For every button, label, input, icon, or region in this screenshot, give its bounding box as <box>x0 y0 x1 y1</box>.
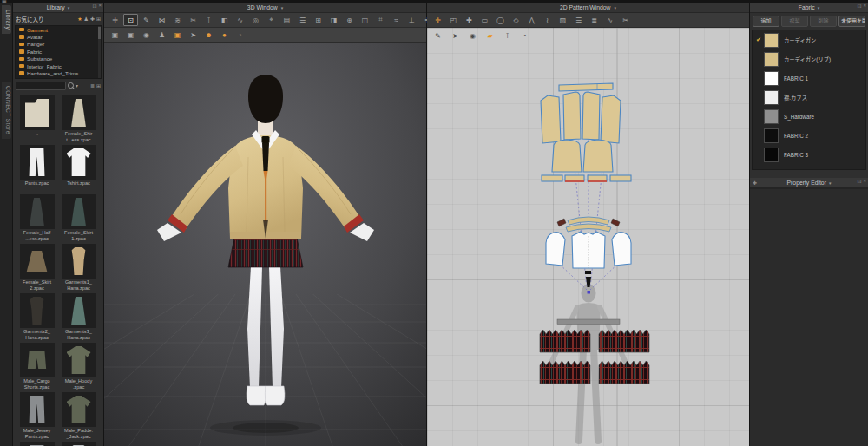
target-icon[interactable]: ⌖ <box>264 14 279 26</box>
pattern-front-right[interactable] <box>601 95 621 143</box>
shirt-patterns[interactable] <box>546 217 631 294</box>
delete-fabric-button[interactable]: 削除 <box>810 16 837 27</box>
library-item[interactable]: Tshirt.zpac <box>60 442 97 446</box>
pattern-neckband[interactable] <box>559 83 613 91</box>
view-mode-icon[interactable]: ⊞ <box>96 16 101 22</box>
search-icon[interactable] <box>68 82 74 89</box>
3d-scene[interactable] <box>104 43 426 446</box>
library-tree-item[interactable]: Fabric <box>16 48 101 55</box>
fold-arrangement-icon[interactable]: ◧ <box>217 14 232 26</box>
pattern-cuff-4[interactable] <box>610 175 631 181</box>
pattern-skirt-4[interactable] <box>599 361 649 384</box>
library-item[interactable]: Female_Shir t...ess.zpac <box>60 95 97 141</box>
fabric-list-item[interactable]: ✔ FABRIC 2 <box>753 126 865 145</box>
pin-icon[interactable]: ⊺ <box>201 14 216 26</box>
add-favorite-icon[interactable]: ✚ <box>90 16 95 22</box>
pattern-cuff-1[interactable] <box>542 175 562 181</box>
library-item[interactable]: Garments1_ Hana.zpac <box>60 244 97 289</box>
transform-pattern-icon[interactable]: ✛ <box>431 14 445 26</box>
magnet-icon[interactable]: ◉ <box>465 30 480 42</box>
cut-sew-icon[interactable]: ✂ <box>618 14 633 26</box>
add-point-icon[interactable]: ⊕ <box>342 14 357 26</box>
steam-icon[interactable]: ≈ <box>389 14 404 26</box>
library-tree-item[interactable]: Garment <box>16 26 101 33</box>
library-item[interactable]: Pants.zpac <box>18 145 56 190</box>
3d-window-header[interactable]: 3D Window ▾ <box>104 3 426 13</box>
chevron-down-icon[interactable]: ▾ <box>829 180 832 186</box>
library-item[interactable]: Male_Hoody .zpac <box>60 343 97 388</box>
library-item[interactable]: Male_Cargo Shorts.zpac <box>18 343 56 388</box>
pattern-cuff-2[interactable] <box>565 175 584 181</box>
scissors-icon[interactable]: ✂ <box>186 14 201 26</box>
rectangle-pattern-icon[interactable]: ▭ <box>477 14 492 26</box>
library-tree-item[interactable]: Interior_Fabric <box>16 62 101 69</box>
chevron-down-icon[interactable]: ▾ <box>68 5 70 10</box>
close-panel-icon[interactable]: × <box>98 3 102 9</box>
grid-view-icon[interactable]: ⊞ <box>96 82 101 89</box>
select-move-icon[interactable]: ⊡ <box>123 14 138 26</box>
tree-scrollbar[interactable] <box>98 26 101 78</box>
fabric-list-item[interactable]: ✔ S_Hardware <box>753 107 865 126</box>
pattern-skirt-2[interactable] <box>599 330 649 352</box>
avatar-head-icon[interactable]: ☻ <box>201 29 216 41</box>
chevron-down-icon[interactable]: ▾ <box>818 5 820 10</box>
edit-texture-icon[interactable]: ✎ <box>431 30 445 42</box>
pattern-trim-right[interactable] <box>611 219 620 226</box>
tape-measure-icon[interactable]: ◔ <box>233 29 247 41</box>
library-item[interactable]: Pants.zpac <box>18 442 56 446</box>
layers-icon[interactable]: ☰ <box>295 14 310 26</box>
drape-icon[interactable]: ◎ <box>248 14 263 26</box>
library-item[interactable]: Female_Skirt 1.zpac <box>60 194 97 239</box>
seam-icon[interactable]: ≀ <box>540 14 555 26</box>
fabric-list-item[interactable]: ✔ カーディガン <box>753 30 865 49</box>
close-panel-icon[interactable]: × <box>863 3 866 9</box>
vertical-tab-library[interactable]: Library <box>2 5 11 34</box>
library-item[interactable]: Tshirt.zpac <box>60 145 97 190</box>
undock-panel-icon[interactable]: ⊡ <box>857 178 861 184</box>
add-fabric-button[interactable]: 追加 <box>753 16 779 27</box>
2d-pattern-scene[interactable] <box>427 28 749 446</box>
pattern-tie-knot[interactable] <box>585 271 591 274</box>
pattern-trim-left[interactable] <box>557 219 566 226</box>
snapshot-icon[interactable]: ◉ <box>139 29 154 41</box>
chevron-down-icon[interactable]: ▾ <box>615 5 617 10</box>
add-property-icon[interactable]: ✚ <box>753 180 757 186</box>
arrangement-point[interactable] <box>588 291 591 294</box>
fabric-list-item[interactable]: ✔ 襟.カフス <box>753 88 865 107</box>
list-view-icon[interactable]: ≣ <box>90 82 95 89</box>
fabric-panel-header[interactable]: Fabric ▾ ⊡ × <box>750 3 868 13</box>
half-symmetry-icon[interactable]: ◨ <box>326 14 341 26</box>
button-icon[interactable]: ◫ <box>358 14 372 26</box>
sewing-icon[interactable]: ⋈ <box>155 14 169 26</box>
2d-pattern-canvas[interactable]: ✎ ➤ ◉ ▰ ⊺ ◔ <box>427 28 749 446</box>
pattern-sleeve-right[interactable] <box>583 140 613 172</box>
dart-icon[interactable]: ◇ <box>509 14 523 26</box>
simulate-icon[interactable]: ✛ <box>108 14 122 26</box>
library-item[interactable]: Male_Jersey Pants.zpac <box>18 392 56 437</box>
search-input[interactable] <box>16 82 66 90</box>
fabric-list-item[interactable]: ✔ カーディガン(リブ) <box>753 49 865 69</box>
library-item[interactable]: Male_Padde. _Jack.zpac <box>60 392 97 437</box>
fit-garment-icon[interactable]: ▣ <box>170 29 185 41</box>
measure-2d-icon[interactable]: ◔ <box>517 30 532 42</box>
favorites-star-icon[interactable]: ★ <box>77 16 82 22</box>
library-item[interactable]: Garments2_ Hana.zpac <box>18 293 56 338</box>
2d-window-header[interactable]: 2D Pattern Window ▾ <box>427 3 749 13</box>
library-item[interactable]: Female_Half ...ess.zpac <box>18 194 56 239</box>
pin-2d-icon[interactable]: ⊺ <box>500 30 515 42</box>
fabric-texture-icon[interactable]: ▨ <box>556 14 570 26</box>
pattern-cursor-icon[interactable]: ➤ <box>448 30 463 42</box>
pattern-sleeve-left[interactable] <box>552 140 582 172</box>
library-panel-header[interactable]: Library ▾ ⊡ × <box>13 3 103 13</box>
avatar-skin-icon[interactable]: ● <box>217 29 232 41</box>
library-tree-item[interactable]: Avatar <box>16 33 101 40</box>
chevron-down-icon[interactable]: ▾ <box>281 5 284 10</box>
fabric-list-item[interactable]: ✔ FABRIC 1 <box>753 69 865 88</box>
pen-3d-icon[interactable]: ✎ <box>139 14 154 26</box>
avatar-filter-icon[interactable]: ♟ <box>84 16 89 22</box>
add-pattern-icon[interactable]: ⊞ <box>311 14 326 26</box>
cursor-icon[interactable]: ➤ <box>186 29 201 41</box>
trace-icon[interactable]: ∿ <box>602 14 617 26</box>
copy-fabric-button[interactable]: 複製 <box>781 16 808 27</box>
delete-unused-fabric-button[interactable]: 未使用を削除 <box>838 16 865 27</box>
